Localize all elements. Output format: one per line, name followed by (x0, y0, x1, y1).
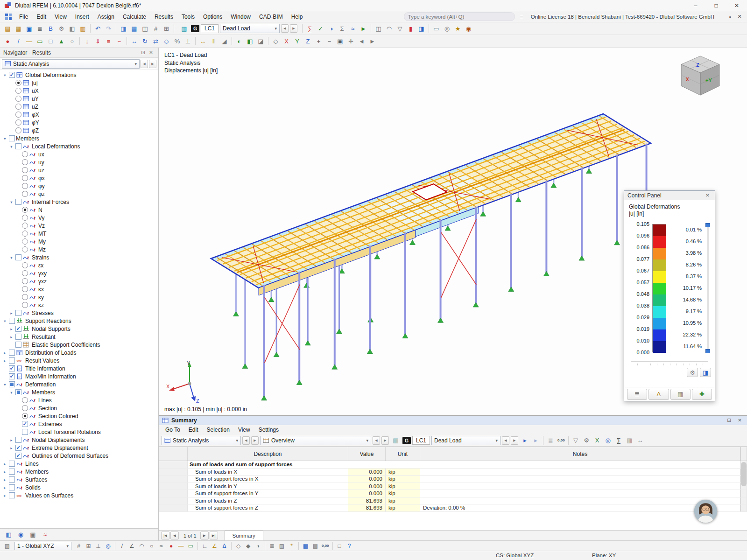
undo-icon[interactable]: ↶ (92, 23, 103, 34)
minimize-button[interactable]: – (685, 0, 706, 11)
checkbox[interactable] (9, 357, 15, 364)
section-view-icon[interactable]: ◫ (373, 23, 384, 34)
tree-item-local-torsional-rotations[interactable]: Local Torsional Rotations (0, 428, 158, 436)
table-row[interactable]: Sum of loads in X0.000kip (159, 469, 747, 476)
header-notes[interactable]: Notes (420, 447, 740, 461)
checkbox[interactable] (22, 429, 28, 435)
calculate-all-icon[interactable]: ∑ (304, 23, 315, 34)
table-row[interactable]: Sum of support forces in X0.000kip (159, 476, 747, 483)
close-icon[interactable]: ✕ (736, 417, 744, 424)
scale-tab-icon[interactable]: Δ (648, 389, 669, 400)
tree-item-mz[interactable]: Mz (0, 245, 158, 253)
table-scrollbar[interactable] (741, 462, 747, 486)
checkbox[interactable] (9, 381, 15, 387)
color-scale[interactable]: 0.01 %0.46 %3.98 %8.26 %8.37 %10.17 %14.… (628, 224, 711, 358)
tree-item-x[interactable]: φx (0, 174, 158, 182)
checkbox[interactable] (9, 492, 15, 498)
header-description[interactable]: Description (188, 447, 348, 461)
view-along-z-icon[interactable]: Z (303, 36, 313, 46)
chevron-right-icon[interactable]: ▸ (2, 350, 8, 355)
checkbox[interactable] (9, 72, 15, 78)
analysis-type-combo[interactable]: Static Analysis ▾ (2, 59, 140, 69)
radio-button[interactable] (15, 80, 21, 86)
view-along-x-icon[interactable]: X (281, 36, 292, 46)
radio-button[interactable] (15, 104, 21, 110)
prev-page-button[interactable]: ◀ (170, 532, 179, 539)
rotate-icon[interactable]: ↻ (140, 36, 150, 46)
next-loadcase-button[interactable]: ▶ (511, 436, 518, 445)
menu-view[interactable]: View (50, 12, 71, 21)
pointer-sync-icon[interactable]: ▸ (530, 435, 541, 446)
next-result-button[interactable]: ▶ (149, 60, 156, 68)
open-model-icon[interactable]: ▦ (13, 23, 24, 34)
tree-item-uy[interactable]: uY (0, 95, 158, 103)
next-view-icon[interactable]: ► (367, 36, 378, 46)
layers-icon[interactable]: ≣ (267, 541, 277, 550)
legend-tab-icon[interactable]: ≣ (627, 389, 647, 400)
coordinate-system-combo[interactable]: 1 - Global XYZ ▾ (14, 542, 71, 550)
viewport-3d[interactable]: LC1 - Dead Load Static Analysis Displace… (159, 48, 747, 415)
radio-button[interactable] (22, 302, 28, 308)
tree-item-y[interactable]: φy (0, 182, 158, 190)
close-icon[interactable]: ✕ (704, 192, 712, 199)
tree-item-lines[interactable]: Lines (0, 396, 158, 404)
measure-angle-icon[interactable]: ∠ (210, 541, 219, 550)
chevron-right-icon[interactable]: ▸ (2, 477, 8, 482)
open-tables-icon[interactable]: ▦ (301, 541, 310, 550)
smoothness-slider[interactable] (631, 361, 708, 367)
tree-item-solids[interactable]: ▸Solids (0, 483, 158, 491)
chevron-down-icon[interactable]: ▾ (8, 255, 14, 260)
tree-item-extreme-displacement[interactable]: ▸Extreme Displacement (0, 444, 158, 452)
checkbox[interactable] (15, 143, 21, 149)
surface-new-icon[interactable]: ▭ (35, 36, 45, 46)
radio-button[interactable] (22, 191, 28, 197)
tree-item-result-values[interactable]: ▸xxxResult Values (0, 357, 158, 364)
table-section-row[interactable]: Sum of loads and sum of support forces (159, 461, 747, 469)
object-snap-icon[interactable]: ◎ (103, 541, 113, 550)
light-settings-icon[interactable]: * (287, 541, 296, 550)
tree-item-max-min-information[interactable]: Max/Min Information (0, 372, 158, 380)
menu-options[interactable]: Options (199, 12, 226, 21)
snap-toggle-icon[interactable]: # (74, 541, 84, 550)
prev-loadcase-button[interactable]: ◀ (502, 436, 509, 445)
view-isometric-icon[interactable]: ◇ (270, 36, 281, 46)
checkbox[interactable] (9, 373, 15, 379)
checkbox[interactable] (22, 421, 28, 427)
radio-button[interactable] (22, 278, 28, 284)
navigator-toggle-icon[interactable]: ◨ (118, 23, 129, 34)
search-shortcut-icon[interactable]: ≡ (517, 13, 526, 21)
nodal-load-icon[interactable]: ↓ (82, 36, 92, 46)
tree-item-x[interactable]: κx (0, 285, 158, 293)
radio-button[interactable] (22, 151, 28, 157)
summary-loadcase-combo[interactable]: Dead Load ▾ (431, 436, 500, 445)
smooth-diagram-icon[interactable]: ◠ (384, 23, 395, 34)
loadcase-list-icon[interactable]: ▥ (390, 435, 401, 446)
chevron-down-icon[interactable]: ▾ (2, 73, 8, 77)
save-model-icon[interactable]: ▣ (24, 23, 35, 34)
workspace-icon[interactable] (5, 13, 12, 21)
isolate-selection-icon[interactable]: ◧ (245, 36, 255, 46)
next-analysis-button[interactable]: ▶ (251, 436, 259, 445)
radio-button[interactable] (15, 96, 21, 102)
radio-button[interactable] (22, 294, 28, 300)
control-panel[interactable]: Control Panel ✕ Global Deformations |u| … (624, 190, 715, 401)
panel-dock-icon[interactable]: ◨ (700, 368, 711, 377)
radio-button[interactable] (22, 262, 28, 268)
colors-tab-icon[interactable]: ✚ (692, 389, 712, 400)
help-status-icon[interactable]: ? (345, 541, 354, 550)
checkbox[interactable] (15, 445, 21, 451)
radio-button[interactable] (22, 167, 28, 173)
solid-display-icon[interactable]: ◆ (243, 541, 253, 550)
tree-item-xy[interactable]: γxy (0, 269, 158, 277)
clip-plane-icon[interactable]: ◪ (255, 36, 266, 46)
summary-menu-edit[interactable]: Edit (184, 426, 203, 434)
radio-button[interactable] (22, 397, 28, 403)
member-new-icon[interactable]: — (24, 36, 35, 46)
chevron-right-icon[interactable]: ▸ (8, 438, 14, 442)
menu-assign[interactable]: Assign (93, 12, 119, 21)
columns-config-icon[interactable]: ▥ (624, 435, 635, 446)
radio-button[interactable] (15, 127, 21, 133)
fullscreen-icon[interactable]: □ (335, 541, 345, 550)
scale-min-handle[interactable] (705, 349, 710, 353)
tree-item-nodal-supports[interactable]: ▸Nodal Supports (0, 325, 158, 333)
